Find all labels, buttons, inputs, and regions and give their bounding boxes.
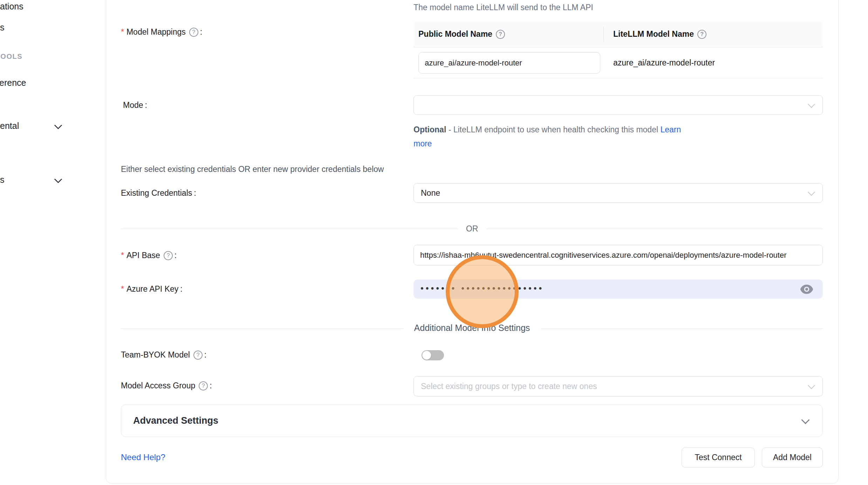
azure-api-key-label-text: Azure API Key <box>127 284 178 294</box>
learn-more-link[interactable]: more <box>414 139 432 148</box>
credentials-note: Either select existing credentials OR en… <box>121 165 384 174</box>
help-circle-icon[interactable]: ? <box>164 251 173 260</box>
existing-credentials-value: None <box>421 188 440 198</box>
column-header-text: Public Model Name <box>418 29 492 39</box>
public-model-name-input[interactable] <box>418 52 600 74</box>
api-base-input[interactable] <box>414 245 823 265</box>
help-circle-icon[interactable]: ? <box>199 381 208 390</box>
model-access-group-label-text: Model Access Group <box>121 381 195 390</box>
column-header-litellm-model-name: LiteLLM Model Name ? <box>603 29 706 39</box>
table-row: azure_ai/azure-model-router <box>414 48 823 78</box>
required-asterisk: * <box>121 284 124 294</box>
chevron-down-icon <box>808 101 815 108</box>
model-mappings-table: Public Model Name ? LiteLLM Model Name ?… <box>414 21 823 78</box>
api-base-label-text: API Base <box>127 251 160 260</box>
divider-line <box>121 328 403 329</box>
mode-help-bold: Optional <box>414 125 446 134</box>
column-header-public-model-name: Public Model Name ? <box>414 29 603 39</box>
litellm-add-model-page: ations s TOOLS erence ental s The model … <box>0 0 868 485</box>
existing-credentials-label: Existing Credentials : <box>121 188 196 198</box>
model-access-group-label: Model Access Group ? : <box>121 381 212 390</box>
label-colon: : <box>194 188 196 198</box>
or-divider-text: OR <box>458 224 486 234</box>
need-help-link[interactable]: Need Help? <box>121 452 165 462</box>
divider-line <box>541 328 823 329</box>
sidebar-section-tools: TOOLS <box>0 53 22 61</box>
label-colon: : <box>200 27 202 37</box>
mode-label: Mode : <box>123 101 147 110</box>
model-mappings-label-text: Model Mappings <box>127 27 186 37</box>
eye-icon[interactable] <box>800 284 814 295</box>
chevron-down-icon <box>801 416 809 424</box>
public-model-name-cell <box>414 52 603 74</box>
existing-credentials-label-text: Existing Credentials <box>121 188 192 198</box>
learn-more-link[interactable]: Learn <box>660 125 681 134</box>
masked-password-dots: ••••••• •••••••••••••••• <box>421 283 544 293</box>
additional-settings-divider-text: Additional Model Info Settings <box>403 323 541 333</box>
sidebar-item-truncated-2[interactable]: s <box>0 22 5 33</box>
help-circle-icon[interactable]: ? <box>496 30 505 39</box>
model-mappings-label: * Model Mappings ? : <box>121 27 202 37</box>
help-circle-icon[interactable]: ? <box>193 351 203 360</box>
chevron-down-icon <box>808 382 815 389</box>
mode-help-body: - LiteLLM endpoint to use when health ch… <box>449 125 658 134</box>
model-access-group-placeholder: Select existing groups or type to create… <box>421 382 597 391</box>
table-header-row: Public Model Name ? LiteLLM Model Name ? <box>414 21 823 48</box>
mode-label-text: Mode <box>123 101 143 110</box>
chevron-down-icon <box>54 175 62 183</box>
divider-line <box>121 229 458 229</box>
required-asterisk: * <box>121 27 124 37</box>
mode-help-text: Optional - LiteLLM endpoint to use when … <box>414 123 681 151</box>
advanced-settings-label: Advanced Settings <box>133 415 218 426</box>
sidebar-item-truncated-1[interactable]: ations <box>0 1 23 12</box>
help-circle-icon[interactable]: ? <box>697 30 706 39</box>
column-header-text: LiteLLM Model Name <box>613 29 694 39</box>
team-byok-toggle[interactable] <box>422 350 444 360</box>
divider-line <box>486 229 823 229</box>
sidebar-item-truncated-reference[interactable]: erence <box>0 78 26 88</box>
help-circle-icon[interactable]: ? <box>189 28 198 37</box>
column-divider <box>603 27 604 42</box>
sidebar-item-truncated-settings[interactable]: s <box>0 175 5 185</box>
model-name-hint: The model name LiteLLM will send to the … <box>414 3 593 12</box>
label-colon: : <box>210 381 212 390</box>
mode-select[interactable] <box>414 95 823 115</box>
chevron-down-icon <box>54 122 62 130</box>
chevron-down-icon <box>808 188 815 196</box>
sidebar-item-truncated-experimental[interactable]: ental <box>0 121 19 131</box>
label-colon: : <box>145 101 147 110</box>
azure-api-key-label: * Azure API Key : <box>121 284 183 294</box>
team-byok-label: Team-BYOK Model ? : <box>121 350 206 360</box>
required-asterisk: * <box>121 251 124 260</box>
existing-credentials-select[interactable]: None <box>414 183 823 203</box>
api-base-label: * API Base ? : <box>121 251 177 260</box>
model-access-group-select[interactable]: Select existing groups or type to create… <box>414 376 823 396</box>
label-colon: : <box>180 284 182 294</box>
test-connect-button[interactable]: Test Connect <box>682 448 755 467</box>
litellm-model-name-value: azure_ai/azure-model-router <box>603 58 715 68</box>
label-colon: : <box>204 350 206 360</box>
label-colon: : <box>175 251 177 260</box>
add-model-button[interactable]: Add Model <box>762 448 823 467</box>
toggle-knob <box>422 351 431 360</box>
advanced-settings-panel[interactable]: Advanced Settings <box>121 404 823 437</box>
team-byok-label-text: Team-BYOK Model <box>121 350 190 360</box>
azure-api-key-input[interactable]: ••••••• •••••••••••••••• <box>414 279 823 299</box>
